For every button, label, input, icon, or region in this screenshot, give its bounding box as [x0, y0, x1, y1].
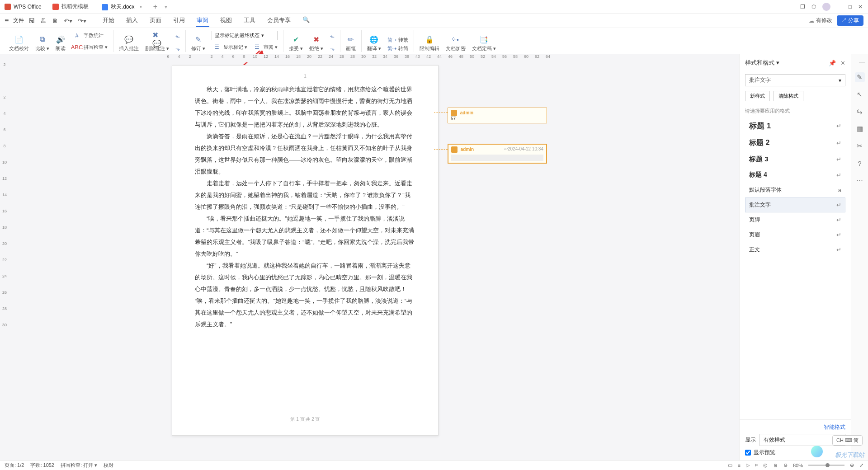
window-tab-template[interactable]: 找稻壳模板 — [46, 0, 95, 13]
panel-close-icon[interactable]: ✕ — [840, 60, 845, 66]
style-item[interactable]: 标题 2↵ — [745, 135, 845, 151]
tab-list-dropdown[interactable]: ▾ — [165, 4, 167, 10]
next-change-icon[interactable]: ⬎ — [330, 46, 335, 52]
style-item[interactable]: 标题 1↵ — [745, 117, 845, 135]
para[interactable]: “唉，看来那个插曲还挺大的。”她逗趣地一笑，一手揽住了我的胳膊，淡淡说道：“与其… — [195, 213, 415, 260]
share-button[interactable]: ↗ 分享 — [837, 15, 863, 26]
status-proof[interactable]: 校对 — [104, 462, 113, 469]
side-more-icon[interactable]: ⋯ — [855, 175, 865, 185]
tab-member[interactable]: 会员专享 — [266, 14, 292, 27]
zoom-slider[interactable] — [808, 465, 844, 466]
insert-comment-button[interactable]: 💬插入批注 — [119, 34, 139, 52]
spell-check-button[interactable]: ABC拼写检查 ▾ — [72, 42, 108, 52]
prev-comment-icon[interactable]: ⬑ — [175, 34, 180, 40]
tab-tools[interactable]: 工具 — [243, 14, 256, 27]
show-markup-button[interactable]: ☰显示标记 ▾ — [212, 42, 247, 52]
side-select-icon[interactable]: ↖ — [855, 89, 865, 99]
clear-format-button[interactable]: 清除格式 — [774, 91, 803, 101]
comment-bubble-active[interactable]: admin 2024-04-12 10:34 ↩ — [448, 144, 547, 164]
restrict-edit-button[interactable]: 🔒限制编辑 — [420, 34, 439, 52]
redo-icon[interactable]: ↷▾ — [78, 17, 86, 24]
ink-button[interactable]: ✏画笔 — [346, 34, 356, 52]
side-collapse-icon[interactable]: — — [859, 58, 865, 65]
unsaved-changes-hint[interactable]: 有修改 — [809, 17, 832, 24]
to-simplified-button[interactable]: 繁⇢转简 — [387, 45, 408, 52]
prev-change-icon[interactable]: ⬑ — [330, 34, 335, 40]
doc-proof-button[interactable]: 📄文档校对 — [9, 34, 29, 52]
add-tab-button[interactable]: + — [149, 3, 162, 11]
show-preview-check[interactable] — [745, 450, 751, 456]
print-preview-icon[interactable]: 🗎 — [52, 17, 58, 24]
side-edit-icon[interactable]: ✎ — [855, 72, 865, 82]
style-item[interactable]: 批注文字↵ — [745, 197, 845, 212]
show-preview-checkbox[interactable]: 显示预览 — [745, 449, 845, 456]
track-changes-button[interactable]: ✎修订 ▾ — [191, 34, 205, 52]
word-count-button[interactable]: #字数统计 — [72, 30, 108, 40]
style-item[interactable]: 页眉↵ — [745, 227, 845, 242]
zoom-label[interactable]: 80% — [793, 463, 803, 468]
comment-reply-icon[interactable]: ↩ — [504, 146, 508, 151]
zoom-in-icon[interactable]: ⊕ — [850, 462, 854, 468]
zoom-out-icon[interactable]: ⊖ — [783, 462, 788, 468]
fit-page-icon[interactable]: ⤢ — [859, 462, 863, 468]
window-tab-active[interactable]: 秋天.docx • — [95, 0, 149, 13]
view-page-icon[interactable]: ▭ — [728, 462, 732, 468]
para[interactable]: 走着走着，远处一个人停下了自行车，手中撑着一把伞，匆匆向我走来。近看走来的是我的… — [195, 178, 415, 213]
tab-insert[interactable]: 插入 — [125, 14, 139, 27]
comment-bubble[interactable]: admin 57 — [448, 108, 547, 123]
view-focus-icon[interactable]: ◎ — [763, 462, 768, 468]
para[interactable]: 秋天，落叶满地，冷寂的秋雨肆意地宣泄着它的情绪，用悲凉给这个喧嚣的世界调色。街巷… — [195, 84, 415, 131]
tab-start[interactable]: 开始 — [102, 14, 115, 27]
save-icon[interactable]: 🖫 — [28, 17, 35, 24]
tab-reference[interactable]: 引用 — [172, 14, 186, 27]
accept-button[interactable]: ✔接受 ▾ — [289, 34, 303, 52]
ime-indicator[interactable]: CH ⌨ 简 — [832, 435, 863, 446]
view-web-icon[interactable]: ⌗ — [755, 462, 758, 468]
avatar[interactable] — [822, 3, 830, 11]
search-icon[interactable]: 🔍 — [302, 14, 311, 27]
side-grid-icon[interactable]: ▦ — [855, 124, 865, 134]
side-help-icon[interactable]: ? — [855, 158, 865, 168]
to-traditional-button[interactable]: 简⇢转繁 — [387, 37, 408, 43]
tab-review[interactable]: 审阅 — [196, 14, 209, 27]
side-tools-icon[interactable]: ✂ — [855, 141, 865, 151]
style-item[interactable]: 页脚↵ — [745, 212, 845, 227]
compare-button[interactable]: ⧉比较 ▾ — [35, 34, 49, 52]
style-item[interactable]: 标题 4↵ — [745, 167, 845, 183]
comment-input[interactable] — [451, 155, 543, 161]
window-minimize-icon[interactable]: — — [837, 4, 842, 10]
panel-pin-icon[interactable]: 📌 — [829, 60, 836, 66]
view-print-icon[interactable]: 🗎 — [773, 463, 778, 468]
window-cube-icon[interactable]: ⬡ — [811, 4, 816, 10]
window-close-icon[interactable]: ✕ — [858, 4, 863, 10]
view-outline-icon[interactable]: ≡ — [738, 463, 741, 468]
translate-button[interactable]: 🌐翻译 ▾ — [367, 34, 381, 52]
para[interactable]: 滴滴答答，是雨在倾诉，还是心在流血？一片黯然浮于眼眸，为什么我用真挚付出的换来的… — [195, 131, 415, 178]
finalize-button[interactable]: 📑文档定稿 ▾ — [472, 34, 496, 52]
reject-button[interactable]: ✖拒绝 ▾ — [309, 34, 323, 52]
new-style-button[interactable]: 新样式 — [745, 91, 770, 101]
delete-comment-button[interactable]: ✖💬删除批注 ▾ — [145, 34, 169, 52]
side-settings-icon[interactable]: ⇆ — [855, 107, 865, 117]
para[interactable]: “好”，我看着她说道。就这样我坐着她的自行车，一路冒着雨，渐渐离开这失意的场所。… — [195, 260, 415, 330]
window-maximize-icon[interactable]: □ — [849, 4, 852, 10]
read-aloud-button[interactable]: 🔊朗读 — [56, 34, 66, 52]
view-read-icon[interactable]: ▷ — [746, 462, 750, 468]
print-icon[interactable]: 🖶 — [40, 17, 47, 24]
undo-icon[interactable]: ↶▾ — [64, 17, 72, 24]
window-copy-icon[interactable]: ❐ — [800, 4, 805, 10]
status-words[interactable]: 字数: 1052 — [30, 462, 54, 469]
tab-page[interactable]: 页面 — [149, 14, 162, 27]
horizontal-ruler[interactable]: 6422468101214161820222426283032343638404… — [163, 54, 594, 62]
vertical-ruler[interactable]: 224681012141618202224262830 — [0, 62, 9, 460]
document-page[interactable]: 1 秋天，落叶满地，冷寂的秋雨肆意地宣泄着它的情绪，用悲凉给这个喧嚣的世界调色。… — [172, 65, 439, 436]
status-page[interactable]: 页面: 1/2 — [5, 462, 24, 469]
display-markup-select[interactable]: 显示标记的最终状态▾ — [212, 31, 278, 40]
current-style-select[interactable]: 批注文字▾ — [745, 74, 845, 86]
style-item[interactable]: 默认段落字体a — [745, 183, 845, 197]
next-comment-icon[interactable]: ⬎ — [175, 46, 180, 52]
style-item[interactable]: 标题 3↵ — [745, 151, 845, 167]
file-menu[interactable]: 文件 — [13, 17, 24, 24]
status-spell[interactable]: 拼写检查: 打开 ▾ — [61, 462, 97, 469]
tab-view[interactable]: 视图 — [219, 14, 233, 27]
